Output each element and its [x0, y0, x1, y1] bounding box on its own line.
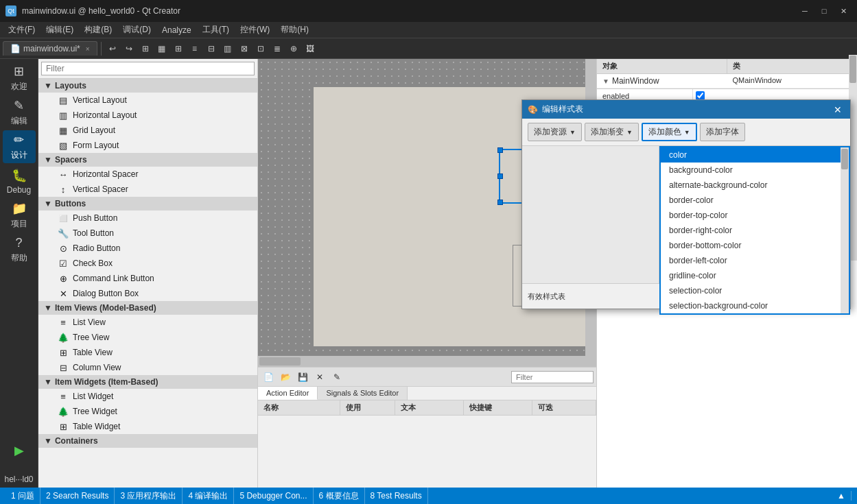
handle-top-left[interactable]	[497, 147, 503, 153]
tab-action-editor[interactable]: Action Editor	[258, 387, 318, 400]
tb-btn-12[interactable]: ⊕	[286, 41, 301, 56]
item-horizontal-spacer[interactable]: ↔ Horizontal Spacer	[38, 167, 257, 182]
status-test[interactable]: 8 Test Results	[365, 488, 428, 504]
menu-build[interactable]: 构建(B)	[79, 23, 117, 37]
item-form-layout[interactable]: ▧ Form Layout	[38, 138, 257, 153]
item-check-box[interactable]: ☑ Check Box	[38, 256, 257, 271]
file-tab-close[interactable]: ×	[86, 45, 90, 53]
maximize-button[interactable]: □	[816, 5, 832, 17]
mode-project[interactable]: 📁 项目	[3, 199, 36, 232]
mode-debug[interactable]: 🐛 Debug	[3, 165, 36, 197]
tb-btn-6[interactable]: ≡	[187, 41, 202, 56]
item-command-link-button[interactable]: ⊕ Command Link Button	[38, 271, 257, 286]
tb-btn-5[interactable]: ⊞	[171, 41, 186, 56]
modal-close-button[interactable]: ✕	[831, 104, 845, 115]
item-table-widget[interactable]: ⊞ Table Widget	[38, 419, 257, 434]
tb-btn-1[interactable]: ↩	[105, 41, 120, 56]
item-list-widget[interactable]: ≡ List Widget	[38, 389, 257, 404]
menu-tools[interactable]: 工具(T)	[197, 23, 235, 37]
status-app-output[interactable]: 3 应用程序输出	[115, 488, 183, 504]
color-option-selection[interactable]: selection-color	[661, 283, 849, 298]
mode-run[interactable]: ▶	[3, 434, 36, 467]
modal-editor-left[interactable]	[522, 146, 659, 283]
menu-edit[interactable]: 编辑(E)	[40, 23, 79, 37]
section-item-widgets[interactable]: ▼ Item Widgets (Item-Based)	[38, 375, 257, 389]
tb-btn-11[interactable]: ≣	[270, 41, 285, 56]
menu-debug[interactable]: 调试(D)	[117, 23, 156, 37]
item-dialog-button-box[interactable]: ✕ Dialog Button Box	[38, 286, 257, 301]
menu-file[interactable]: 文件(F)	[3, 23, 40, 37]
color-dropdown-scrollbar[interactable]	[841, 147, 849, 313]
widget-filter-input[interactable]	[41, 62, 255, 75]
tb-btn-3[interactable]: ⊞	[138, 41, 153, 56]
item-table-view[interactable]: ⊞ Table View	[38, 345, 257, 360]
handle-mid-left[interactable]	[497, 173, 503, 179]
canvas-scrollbar-h[interactable]	[258, 356, 585, 367]
status-search[interactable]: 2 Search Results	[40, 488, 115, 504]
item-radio-button[interactable]: ⊙ Radio Button	[38, 241, 257, 256]
color-option-alt-background[interactable]: alternate-background-color	[661, 178, 849, 193]
tb-btn-9[interactable]: ⊠	[237, 41, 252, 56]
item-list-view[interactable]: ≡ List View	[38, 315, 257, 330]
status-arrow-up[interactable]: ▲	[832, 491, 852, 501]
handle-bot-left[interactable]	[497, 200, 503, 205]
action-btn-4[interactable]: ✕	[312, 370, 327, 385]
action-filter-input[interactable]	[511, 371, 594, 383]
obj-expand-icon[interactable]: ▼	[602, 77, 609, 85]
section-spacers[interactable]: ▼ Spacers	[38, 153, 257, 167]
menu-help[interactable]: 帮助(H)	[275, 23, 314, 37]
mode-help[interactable]: ? 帮助	[3, 233, 36, 266]
section-item-views[interactable]: ▼ Item Views (Model-Based)	[38, 301, 257, 315]
mode-edit[interactable]: ✎ 编辑	[3, 96, 36, 129]
add-color-dropdown[interactable]: 添加颜色 ▼	[642, 123, 697, 141]
item-tree-view[interactable]: 🌲 Tree View	[38, 330, 257, 345]
minimize-button[interactable]: ─	[797, 5, 813, 17]
menu-analyze[interactable]: Analyze	[156, 24, 197, 36]
color-option-color[interactable]: color	[661, 147, 849, 163]
color-option-background-color[interactable]: background-color	[661, 163, 849, 178]
item-vertical-spacer[interactable]: ↕ Vertical Spacer	[38, 182, 257, 197]
obj-row-mainwindow[interactable]: ▼ MainWindow QMainWindow	[597, 74, 857, 88]
scroll-thumb-h[interactable]	[259, 357, 301, 365]
tb-btn-10[interactable]: ⊡	[253, 41, 268, 56]
item-tree-widget[interactable]: 🌲 Tree Widget	[38, 404, 257, 419]
style-editor-dialog[interactable]: 🎨 编辑样式表 ✕ 添加资源 ▼ 添加渐变 ▼ 添加颜色 ▼ 添加字体	[521, 99, 851, 309]
status-compile[interactable]: 4 编译输出	[183, 488, 234, 504]
color-dropdown-scroll-thumb[interactable]	[841, 149, 848, 169]
mode-design[interactable]: ✏ 设计	[3, 130, 36, 163]
tb-btn-2[interactable]: ↪	[121, 41, 137, 56]
color-option-gridline[interactable]: gridline-color	[661, 268, 849, 283]
add-resource-dropdown[interactable]: 添加资源 ▼	[528, 123, 582, 141]
tb-btn-4[interactable]: ▦	[154, 41, 169, 56]
file-tab[interactable]: 📄 mainwindow.ui* ×	[3, 41, 97, 56]
color-option-border-color[interactable]: border-color	[661, 193, 849, 208]
section-containers[interactable]: ▼ Containers	[38, 434, 257, 448]
tb-btn-7[interactable]: ⊟	[204, 41, 219, 56]
action-btn-3[interactable]: 💾	[295, 370, 310, 385]
color-option-border-top[interactable]: border-top-color	[661, 208, 849, 223]
menu-widgets[interactable]: 控件(W)	[235, 23, 275, 37]
action-btn-1[interactable]: 📄	[261, 370, 276, 385]
tab-signals-slots[interactable]: Signals & Slots Editor	[318, 387, 408, 400]
status-debugger[interactable]: 5 Debugger Con...	[234, 488, 313, 504]
status-problems[interactable]: 1 问题	[5, 488, 40, 504]
item-grid-layout[interactable]: ▦ Grid Layout	[38, 123, 257, 138]
section-layouts[interactable]: ▼ Layouts	[38, 79, 257, 93]
action-btn-2[interactable]: 📂	[278, 370, 293, 385]
mode-welcome[interactable]: ⊞ 欢迎	[3, 62, 36, 95]
item-vertical-layout[interactable]: ▤ Vertical Layout	[38, 93, 257, 108]
tb-btn-img[interactable]: 🖼	[303, 41, 318, 56]
add-font-dropdown[interactable]: 添加字体	[700, 123, 745, 141]
item-push-button[interactable]: ⬜ Push Button	[38, 211, 257, 226]
status-overview[interactable]: 6 概要信息	[314, 488, 365, 504]
color-option-border-bottom[interactable]: border-bottom-color	[661, 238, 849, 253]
item-horizontal-layout[interactable]: ▥ Horizontal Layout	[38, 108, 257, 123]
color-option-selection-bg[interactable]: selection-background-color	[661, 298, 849, 313]
item-tool-button[interactable]: 🔧 Tool Button	[38, 226, 257, 241]
section-buttons[interactable]: ▼ Buttons	[38, 197, 257, 211]
color-option-border-left[interactable]: border-left-color	[661, 253, 849, 268]
right-scroll-thumb[interactable]	[849, 59, 856, 83]
action-btn-5[interactable]: ✎	[329, 370, 344, 385]
tb-btn-8[interactable]: ▥	[220, 41, 235, 56]
color-option-border-right[interactable]: border-right-color	[661, 223, 849, 238]
